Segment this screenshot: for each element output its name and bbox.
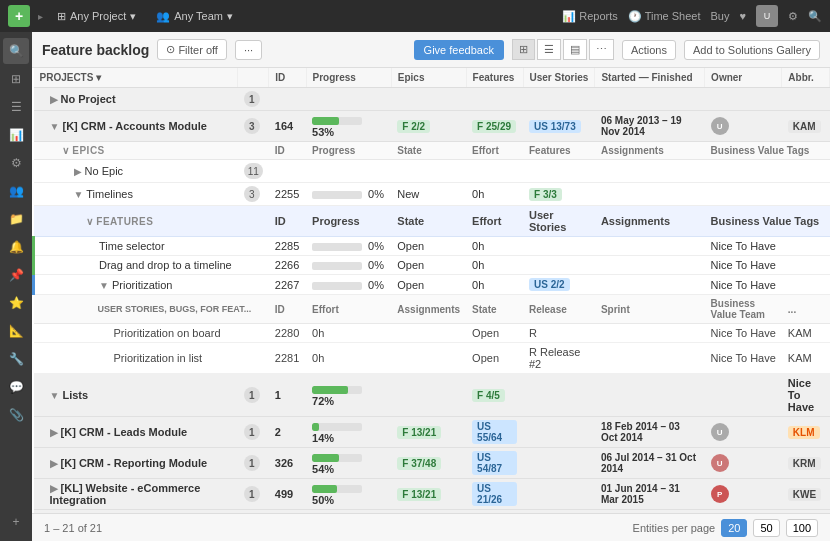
main-table: PROJECTS ▾ ID Progress Epics Features Us… bbox=[32, 68, 830, 513]
sidebar-tool-icon[interactable]: 🔧 bbox=[3, 346, 29, 372]
abbr-badge: KWE bbox=[788, 488, 821, 501]
project-row-klm[interactable]: ▶ [K] CRM - Leads Module 1 2 14% F 13/21… bbox=[34, 417, 830, 448]
col-num bbox=[238, 68, 269, 88]
project-row-lists[interactable]: ▼ Lists 1 1 72% F 4/5 bbox=[34, 374, 830, 417]
project-row-kam[interactable]: ▼ [K] CRM - Accounts Module 3 164 53% F … bbox=[34, 111, 830, 142]
progress-bar bbox=[312, 191, 362, 199]
epic-row-no-epic[interactable]: ▶ No Epic 11 bbox=[34, 160, 830, 183]
view-list-btn[interactable]: ☰ bbox=[537, 39, 561, 60]
pagination-right: Entities per page 20 50 100 bbox=[633, 519, 818, 537]
feedback-button[interactable]: Give feedback bbox=[414, 40, 504, 60]
sidebar-board-icon[interactable]: ⊞ bbox=[3, 66, 29, 92]
progress-bar bbox=[312, 117, 362, 125]
feature-row-prioritization[interactable]: ▼ Prioritization 2267 0% Open 0h US 2/2 bbox=[34, 275, 830, 295]
us-header-row: USER STORIES, BUGS, FOR FEAT... ID Effor… bbox=[34, 295, 830, 324]
sidebar-add-icon[interactable]: + bbox=[3, 509, 29, 535]
user-avatar[interactable]: U bbox=[756, 5, 778, 27]
features-header-row: ∨ FEATURES ID Progress State Effort User… bbox=[34, 206, 830, 237]
owner-avatar: U bbox=[711, 117, 729, 135]
project-name: [K] CRM - Accounts Module bbox=[62, 120, 206, 132]
per-page-50[interactable]: 50 bbox=[753, 519, 779, 537]
sidebar-pin-icon[interactable]: 📌 bbox=[3, 262, 29, 288]
col-projects: PROJECTS ▾ bbox=[34, 68, 238, 88]
sidebar: 🔍 ⊞ ☰ 📊 ⚙ 👥 📁 🔔 📌 ⭐ 📐 🔧 💬 📎 + bbox=[0, 32, 32, 541]
per-page-label: Entities per page bbox=[633, 522, 716, 534]
page-title: Feature backlog bbox=[42, 42, 149, 58]
progress-bar bbox=[312, 423, 362, 431]
col-owner: Owner bbox=[705, 68, 782, 88]
sidebar-team-icon[interactable]: 👥 bbox=[3, 178, 29, 204]
progress-bar bbox=[312, 262, 362, 270]
col-user-stories: User Stories bbox=[523, 68, 595, 88]
owner-avatar: U bbox=[711, 423, 729, 441]
app-layout: 🔍 ⊞ ☰ 📊 ⚙ 👥 📁 🔔 📌 ⭐ 📐 🔧 💬 📎 + Feature ba… bbox=[0, 32, 830, 541]
table-container[interactable]: PROJECTS ▾ ID Progress Epics Features Us… bbox=[32, 68, 830, 513]
features-badge: F 25/29 bbox=[472, 120, 516, 133]
sidebar-folder-icon[interactable]: 📁 bbox=[3, 206, 29, 232]
toolbar: Feature backlog ⊙ Filter off ··· Give fe… bbox=[32, 32, 830, 68]
story-row-2[interactable]: Prioritization in list 2281 0h Open R Re… bbox=[34, 343, 830, 374]
sidebar-ruler-icon[interactable]: 📐 bbox=[3, 318, 29, 344]
view-detail-btn[interactable]: ▤ bbox=[563, 39, 587, 60]
global-search-icon[interactable]: 🔍 bbox=[808, 10, 822, 23]
per-page-20[interactable]: 20 bbox=[721, 519, 747, 537]
expand-icon[interactable]: ▶ bbox=[50, 94, 58, 105]
abbr-badge: KRM bbox=[788, 457, 821, 470]
abbr-badge: KAM bbox=[788, 120, 821, 133]
reports-link[interactable]: 📊 Reports bbox=[562, 10, 618, 23]
sidebar-notification-icon[interactable]: 🔔 bbox=[3, 234, 29, 260]
project-row-kwe[interactable]: ▶ [KL] Website - eCommerce Integration 1… bbox=[34, 479, 830, 510]
column-header-row: PROJECTS ▾ ID Progress Epics Features Us… bbox=[34, 68, 830, 88]
favorite-icon[interactable]: ♥ bbox=[739, 10, 746, 22]
sidebar-search-icon[interactable]: 🔍 bbox=[3, 38, 29, 64]
sidebar-chart-icon[interactable]: 📊 bbox=[3, 122, 29, 148]
expand-icon[interactable]: ▼ bbox=[50, 121, 60, 132]
buy-link[interactable]: Buy bbox=[711, 10, 730, 22]
owner-avatar: P bbox=[711, 485, 729, 503]
top-nav: + ▸ ⊞ Any Project ▾ 👥 Any Team ▾ 📊 Repor… bbox=[0, 0, 830, 32]
view-compact-btn[interactable]: ⋯ bbox=[589, 39, 614, 60]
sidebar-chat-icon[interactable]: 💬 bbox=[3, 374, 29, 400]
col-epics: Epics bbox=[391, 68, 466, 88]
top-nav-right: 📊 Reports 🕐 Time Sheet Buy ♥ U ⚙ 🔍 bbox=[562, 5, 822, 27]
feature-row-time-selector[interactable]: Time selector 2285 0% Open 0h Nice To Ha bbox=[34, 237, 830, 256]
sidebar-star-icon[interactable]: ⭐ bbox=[3, 290, 29, 316]
sidebar-attach-icon[interactable]: 📎 bbox=[3, 402, 29, 428]
epics-header-row: ∨ EPICS ID Progress State Effort Feature… bbox=[34, 142, 830, 160]
project-row-no-project[interactable]: ▶ No Project 1 bbox=[34, 88, 830, 111]
more-button[interactable]: ··· bbox=[235, 40, 262, 60]
sidebar-list-icon[interactable]: ☰ bbox=[3, 94, 29, 120]
project-selector[interactable]: ⊞ Any Project ▾ bbox=[51, 8, 142, 25]
story-row-1[interactable]: Prioritization on board 2280 0h Open R N… bbox=[34, 324, 830, 343]
section-label-epics: ∨ EPICS bbox=[62, 145, 105, 156]
project-count: 1 bbox=[244, 91, 260, 107]
epic-row-timelines[interactable]: ▼ Timelines 3 2255 0% New 0h F 3/3 bbox=[34, 183, 830, 206]
actions-button[interactable]: Actions bbox=[622, 40, 676, 60]
section-label-features: ∨ FEATURES bbox=[86, 216, 154, 227]
solutions-button[interactable]: Add to Solutions Gallery bbox=[684, 40, 820, 60]
project-row-krm[interactable]: ▶ [K] CRM - Reporting Module 1 326 54% F… bbox=[34, 448, 830, 479]
project-count: 3 bbox=[244, 118, 260, 134]
progress-bar bbox=[312, 243, 362, 251]
settings-icon[interactable]: ⚙ bbox=[788, 10, 798, 23]
view-grid-btn[interactable]: ⊞ bbox=[512, 39, 535, 60]
timesheet-link[interactable]: 🕐 Time Sheet bbox=[628, 10, 701, 23]
progress-bar bbox=[312, 282, 362, 290]
team-selector[interactable]: 👥 Any Team ▾ bbox=[150, 8, 239, 25]
main-content: Feature backlog ⊙ Filter off ··· Give fe… bbox=[32, 32, 830, 541]
col-progress: Progress bbox=[306, 68, 391, 88]
nav-chevron: ▸ bbox=[38, 11, 43, 22]
progress-bar bbox=[312, 485, 362, 493]
abbr-badge: KLM bbox=[788, 426, 820, 439]
view-toggle: ⊞ ☰ ▤ ⋯ bbox=[512, 39, 614, 60]
progress-bar bbox=[312, 454, 362, 462]
app-logo[interactable]: + bbox=[8, 5, 30, 27]
progress-bar bbox=[312, 386, 362, 394]
us-badge: US 13/73 bbox=[529, 120, 581, 133]
feature-row-drag-drop[interactable]: Drag and drop to a timeline 2266 0% Open… bbox=[34, 256, 830, 275]
sidebar-settings-icon[interactable]: ⚙ bbox=[3, 150, 29, 176]
filter-button[interactable]: ⊙ Filter off bbox=[157, 39, 227, 60]
col-abbr: Abbr. bbox=[782, 68, 830, 88]
per-page-100[interactable]: 100 bbox=[786, 519, 818, 537]
col-dates: Started — Finished bbox=[595, 68, 705, 88]
